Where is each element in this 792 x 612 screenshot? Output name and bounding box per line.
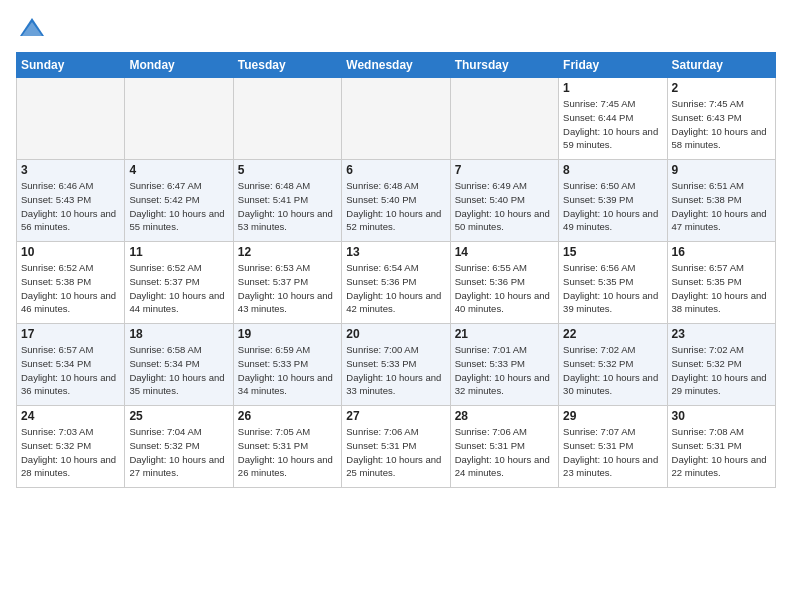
day-info: Sunrise: 6:53 AM Sunset: 5:37 PM Dayligh…	[238, 261, 337, 316]
day-number: 26	[238, 409, 337, 423]
calendar-cell: 9Sunrise: 6:51 AM Sunset: 5:38 PM Daylig…	[667, 160, 775, 242]
day-number: 15	[563, 245, 662, 259]
day-number: 30	[672, 409, 771, 423]
calendar-cell: 16Sunrise: 6:57 AM Sunset: 5:35 PM Dayli…	[667, 242, 775, 324]
calendar-cell: 24Sunrise: 7:03 AM Sunset: 5:32 PM Dayli…	[17, 406, 125, 488]
calendar-cell: 29Sunrise: 7:07 AM Sunset: 5:31 PM Dayli…	[559, 406, 667, 488]
day-number: 8	[563, 163, 662, 177]
calendar-week-row: 17Sunrise: 6:57 AM Sunset: 5:34 PM Dayli…	[17, 324, 776, 406]
calendar-cell: 19Sunrise: 6:59 AM Sunset: 5:33 PM Dayli…	[233, 324, 341, 406]
day-number: 1	[563, 81, 662, 95]
day-number: 2	[672, 81, 771, 95]
calendar-cell: 30Sunrise: 7:08 AM Sunset: 5:31 PM Dayli…	[667, 406, 775, 488]
calendar-header-friday: Friday	[559, 53, 667, 78]
page: SundayMondayTuesdayWednesdayThursdayFrid…	[0, 0, 792, 612]
day-info: Sunrise: 6:50 AM Sunset: 5:39 PM Dayligh…	[563, 179, 662, 234]
calendar-header-monday: Monday	[125, 53, 233, 78]
calendar-cell: 3Sunrise: 6:46 AM Sunset: 5:43 PM Daylig…	[17, 160, 125, 242]
day-info: Sunrise: 6:54 AM Sunset: 5:36 PM Dayligh…	[346, 261, 445, 316]
calendar-cell: 22Sunrise: 7:02 AM Sunset: 5:32 PM Dayli…	[559, 324, 667, 406]
day-info: Sunrise: 6:51 AM Sunset: 5:38 PM Dayligh…	[672, 179, 771, 234]
day-info: Sunrise: 7:00 AM Sunset: 5:33 PM Dayligh…	[346, 343, 445, 398]
day-info: Sunrise: 6:52 AM Sunset: 5:37 PM Dayligh…	[129, 261, 228, 316]
day-number: 23	[672, 327, 771, 341]
day-info: Sunrise: 6:47 AM Sunset: 5:42 PM Dayligh…	[129, 179, 228, 234]
day-number: 24	[21, 409, 120, 423]
calendar-header-saturday: Saturday	[667, 53, 775, 78]
calendar-cell: 15Sunrise: 6:56 AM Sunset: 5:35 PM Dayli…	[559, 242, 667, 324]
day-number: 7	[455, 163, 554, 177]
calendar-cell	[233, 78, 341, 160]
day-number: 4	[129, 163, 228, 177]
day-info: Sunrise: 6:48 AM Sunset: 5:40 PM Dayligh…	[346, 179, 445, 234]
day-number: 3	[21, 163, 120, 177]
calendar-cell: 23Sunrise: 7:02 AM Sunset: 5:32 PM Dayli…	[667, 324, 775, 406]
day-info: Sunrise: 6:55 AM Sunset: 5:36 PM Dayligh…	[455, 261, 554, 316]
day-info: Sunrise: 7:45 AM Sunset: 6:43 PM Dayligh…	[672, 97, 771, 152]
calendar-cell: 4Sunrise: 6:47 AM Sunset: 5:42 PM Daylig…	[125, 160, 233, 242]
day-info: Sunrise: 6:48 AM Sunset: 5:41 PM Dayligh…	[238, 179, 337, 234]
day-number: 13	[346, 245, 445, 259]
day-number: 10	[21, 245, 120, 259]
calendar-cell: 10Sunrise: 6:52 AM Sunset: 5:38 PM Dayli…	[17, 242, 125, 324]
calendar-week-row: 1Sunrise: 7:45 AM Sunset: 6:44 PM Daylig…	[17, 78, 776, 160]
calendar-cell	[17, 78, 125, 160]
calendar-cell	[125, 78, 233, 160]
calendar-header-wednesday: Wednesday	[342, 53, 450, 78]
calendar-header-row: SundayMondayTuesdayWednesdayThursdayFrid…	[17, 53, 776, 78]
day-number: 19	[238, 327, 337, 341]
day-number: 5	[238, 163, 337, 177]
day-number: 9	[672, 163, 771, 177]
calendar-cell: 18Sunrise: 6:58 AM Sunset: 5:34 PM Dayli…	[125, 324, 233, 406]
day-number: 16	[672, 245, 771, 259]
calendar-cell: 27Sunrise: 7:06 AM Sunset: 5:31 PM Dayli…	[342, 406, 450, 488]
day-number: 6	[346, 163, 445, 177]
day-number: 25	[129, 409, 228, 423]
day-info: Sunrise: 7:05 AM Sunset: 5:31 PM Dayligh…	[238, 425, 337, 480]
calendar-cell	[450, 78, 558, 160]
day-info: Sunrise: 6:58 AM Sunset: 5:34 PM Dayligh…	[129, 343, 228, 398]
day-info: Sunrise: 7:08 AM Sunset: 5:31 PM Dayligh…	[672, 425, 771, 480]
calendar-header-thursday: Thursday	[450, 53, 558, 78]
calendar-header-tuesday: Tuesday	[233, 53, 341, 78]
day-info: Sunrise: 7:06 AM Sunset: 5:31 PM Dayligh…	[455, 425, 554, 480]
calendar-table: SundayMondayTuesdayWednesdayThursdayFrid…	[16, 52, 776, 488]
day-info: Sunrise: 7:01 AM Sunset: 5:33 PM Dayligh…	[455, 343, 554, 398]
calendar-cell: 5Sunrise: 6:48 AM Sunset: 5:41 PM Daylig…	[233, 160, 341, 242]
day-info: Sunrise: 6:56 AM Sunset: 5:35 PM Dayligh…	[563, 261, 662, 316]
day-info: Sunrise: 7:02 AM Sunset: 5:32 PM Dayligh…	[563, 343, 662, 398]
day-number: 22	[563, 327, 662, 341]
day-number: 11	[129, 245, 228, 259]
calendar-cell: 14Sunrise: 6:55 AM Sunset: 5:36 PM Dayli…	[450, 242, 558, 324]
calendar-cell: 1Sunrise: 7:45 AM Sunset: 6:44 PM Daylig…	[559, 78, 667, 160]
day-info: Sunrise: 6:49 AM Sunset: 5:40 PM Dayligh…	[455, 179, 554, 234]
calendar-week-row: 10Sunrise: 6:52 AM Sunset: 5:38 PM Dayli…	[17, 242, 776, 324]
day-number: 21	[455, 327, 554, 341]
day-info: Sunrise: 6:57 AM Sunset: 5:35 PM Dayligh…	[672, 261, 771, 316]
day-info: Sunrise: 6:59 AM Sunset: 5:33 PM Dayligh…	[238, 343, 337, 398]
calendar-week-row: 24Sunrise: 7:03 AM Sunset: 5:32 PM Dayli…	[17, 406, 776, 488]
logo	[16, 14, 46, 46]
day-info: Sunrise: 7:04 AM Sunset: 5:32 PM Dayligh…	[129, 425, 228, 480]
calendar-cell: 20Sunrise: 7:00 AM Sunset: 5:33 PM Dayli…	[342, 324, 450, 406]
calendar-cell: 28Sunrise: 7:06 AM Sunset: 5:31 PM Dayli…	[450, 406, 558, 488]
day-info: Sunrise: 7:03 AM Sunset: 5:32 PM Dayligh…	[21, 425, 120, 480]
day-number: 27	[346, 409, 445, 423]
calendar-cell: 2Sunrise: 7:45 AM Sunset: 6:43 PM Daylig…	[667, 78, 775, 160]
logo-icon	[18, 14, 46, 42]
day-number: 28	[455, 409, 554, 423]
day-info: Sunrise: 6:57 AM Sunset: 5:34 PM Dayligh…	[21, 343, 120, 398]
calendar-cell: 6Sunrise: 6:48 AM Sunset: 5:40 PM Daylig…	[342, 160, 450, 242]
day-number: 20	[346, 327, 445, 341]
calendar-cell: 26Sunrise: 7:05 AM Sunset: 5:31 PM Dayli…	[233, 406, 341, 488]
calendar-cell: 12Sunrise: 6:53 AM Sunset: 5:37 PM Dayli…	[233, 242, 341, 324]
day-number: 14	[455, 245, 554, 259]
day-info: Sunrise: 7:02 AM Sunset: 5:32 PM Dayligh…	[672, 343, 771, 398]
day-number: 17	[21, 327, 120, 341]
day-info: Sunrise: 6:46 AM Sunset: 5:43 PM Dayligh…	[21, 179, 120, 234]
calendar-header-sunday: Sunday	[17, 53, 125, 78]
day-number: 29	[563, 409, 662, 423]
day-info: Sunrise: 7:45 AM Sunset: 6:44 PM Dayligh…	[563, 97, 662, 152]
calendar-cell: 8Sunrise: 6:50 AM Sunset: 5:39 PM Daylig…	[559, 160, 667, 242]
day-info: Sunrise: 6:52 AM Sunset: 5:38 PM Dayligh…	[21, 261, 120, 316]
